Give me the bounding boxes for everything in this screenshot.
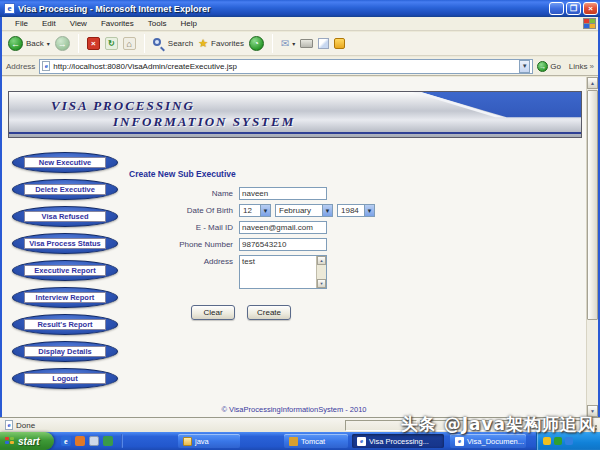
links-menu[interactable]: Links » — [569, 62, 594, 71]
menu-help[interactable]: Help — [173, 19, 203, 28]
windows-logo-icon — [583, 18, 596, 29]
sidebar-item-logout[interactable]: Logout — [12, 368, 118, 389]
ie-icon: e — [455, 437, 464, 446]
dob-month-select[interactable]: February ▼ — [275, 204, 333, 217]
dob-day-select[interactable]: 12 ▼ — [239, 204, 271, 217]
close-button[interactable]: × — [583, 2, 598, 15]
go-button[interactable]: → Go — [537, 61, 561, 72]
search-button[interactable]: Search — [153, 38, 193, 50]
phone-field[interactable] — [239, 238, 327, 251]
ie-icon: e — [357, 437, 366, 446]
search-icon — [153, 38, 165, 50]
mail-dropdown-icon[interactable]: ▾ — [292, 40, 295, 47]
sidebar-item-visa-process-status[interactable]: Visa Process Status — [12, 233, 118, 254]
taskbar-item-tomcat[interactable]: Tomcat — [284, 434, 348, 448]
textarea-scrollbar[interactable]: ▲ ▼ — [316, 256, 326, 288]
scroll-down-icon[interactable]: ▼ — [587, 405, 598, 417]
clear-button[interactable]: Clear — [191, 305, 235, 320]
vertical-scrollbar[interactable]: ▲ ▼ — [586, 77, 598, 417]
home-button[interactable]: ⌂ — [123, 37, 136, 50]
taskbar-item-visa-processing[interactable]: e Visa Processing... — [352, 434, 444, 448]
banner-title-line2: INFORMATION SYSTEM — [113, 114, 295, 130]
back-icon: ← — [8, 36, 23, 51]
dob-label: Date Of Birth — [129, 204, 239, 215]
address-dropdown-icon[interactable]: ▼ — [519, 60, 530, 73]
outlook-quicklaunch-icon[interactable] — [75, 436, 85, 446]
favorites-star-icon: ★ — [198, 37, 208, 50]
scroll-up-icon[interactable]: ▲ — [587, 77, 598, 89]
create-button[interactable]: Create — [247, 305, 291, 320]
menu-tools[interactable]: Tools — [141, 19, 174, 28]
scrollbar-thumb[interactable] — [587, 90, 598, 320]
stop-button[interactable]: × — [87, 37, 100, 50]
start-button[interactable]: start — [0, 432, 54, 450]
sidebar-item-results-report[interactable]: Result's Report — [12, 314, 118, 335]
page-footer: © VisaProcessingInformationSystem - 2010 — [2, 405, 586, 414]
name-field[interactable] — [239, 187, 327, 200]
create-executive-form: Create New Sub Executive Name Date Of Bi… — [129, 169, 389, 320]
forward-button[interactable]: → — [55, 36, 70, 51]
address-bar: Address e ▼ → Go Links » — [2, 57, 598, 76]
address-field[interactable]: test — [240, 256, 316, 288]
chevron-down-icon: ▼ — [322, 205, 332, 216]
address-input[interactable] — [53, 62, 516, 71]
taskbar-item-visa-documents[interactable]: e Visa_Documen... — [450, 434, 526, 448]
resize-grip[interactable] — [588, 420, 598, 431]
back-button[interactable]: ← Back ▾ — [8, 36, 50, 51]
email-label: E - Mail ID — [129, 221, 239, 232]
links-chevron-icon: » — [590, 62, 594, 71]
menu-view[interactable]: View — [63, 19, 94, 28]
refresh-button[interactable]: ↻ — [105, 37, 118, 50]
tray-icon[interactable] — [554, 437, 562, 445]
minimize-button[interactable]: _ — [549, 2, 564, 15]
sidebar-item-executive-report[interactable]: Executive Report — [12, 260, 118, 281]
menu-favorites[interactable]: Favorites — [94, 19, 141, 28]
sidebar-item-interview-report[interactable]: Interview Report — [12, 287, 118, 308]
tomcat-icon — [289, 437, 298, 446]
window-title: Visa Processing - Microsoft Internet Exp… — [18, 4, 549, 14]
sidebar-nav: New Executive Delete Executive Visa Refu… — [12, 152, 118, 389]
email-field[interactable] — [239, 221, 327, 234]
sidebar-item-visa-refused[interactable]: Visa Refused — [12, 206, 118, 227]
status-panel — [420, 420, 492, 431]
phone-label: Phone Number — [129, 238, 239, 249]
go-icon: → — [537, 61, 548, 72]
ie-logo-icon: e — [4, 3, 15, 14]
tray-icon[interactable] — [543, 437, 551, 445]
maximize-button[interactable]: ❐ — [566, 2, 581, 15]
title-bar: e Visa Processing - Microsoft Internet E… — [0, 0, 600, 17]
page-viewport: VISA PROCESSING INFORMATION SYSTEM New E… — [2, 77, 598, 417]
scroll-down-icon[interactable]: ▼ — [317, 279, 326, 288]
ie-quicklaunch-icon[interactable]: e — [61, 436, 71, 446]
edit-button[interactable] — [318, 38, 329, 49]
status-text: Done — [16, 421, 342, 430]
back-dropdown-icon[interactable]: ▾ — [47, 40, 50, 47]
scroll-up-icon[interactable]: ▲ — [317, 256, 326, 265]
address-input-box: e ▼ — [39, 59, 533, 74]
print-button[interactable] — [300, 39, 313, 48]
name-label: Name — [129, 187, 239, 198]
mail-button[interactable]: ✉ ▾ — [281, 38, 295, 49]
menu-edit[interactable]: Edit — [35, 19, 63, 28]
tray-icon[interactable] — [565, 437, 573, 445]
windows-flag-icon — [5, 437, 15, 446]
sidebar-item-display-details[interactable]: Display Details — [12, 341, 118, 362]
taskbar: start e java Tomcat e Visa Processing...… — [0, 432, 600, 450]
menu-file[interactable]: File — [8, 19, 35, 28]
ie-window: e Visa Processing - Microsoft Internet E… — [0, 0, 600, 450]
folder-icon — [183, 437, 192, 446]
toolbar: ← Back ▾ → × ↻ ⌂ Search ★ Favorites ◔ — [2, 32, 598, 56]
media-button[interactable]: ◔ — [249, 36, 264, 51]
address-textarea-box: test ▲ ▼ — [239, 255, 327, 289]
dob-year-select[interactable]: 1984 ▼ — [337, 204, 375, 217]
sidebar-item-delete-executive[interactable]: Delete Executive — [12, 179, 118, 200]
messenger-button[interactable] — [334, 38, 345, 49]
taskbar-item-java[interactable]: java — [178, 434, 240, 448]
favorites-button[interactable]: ★ Favorites — [198, 37, 244, 50]
form-title: Create New Sub Executive — [129, 169, 389, 179]
desktop-quicklaunch-icon[interactable] — [89, 436, 99, 446]
speaker-tray-icon[interactable] — [103, 436, 113, 446]
sidebar-item-new-executive[interactable]: New Executive — [12, 152, 118, 173]
chevron-down-icon: ▼ — [364, 205, 374, 216]
status-panel — [495, 420, 585, 431]
